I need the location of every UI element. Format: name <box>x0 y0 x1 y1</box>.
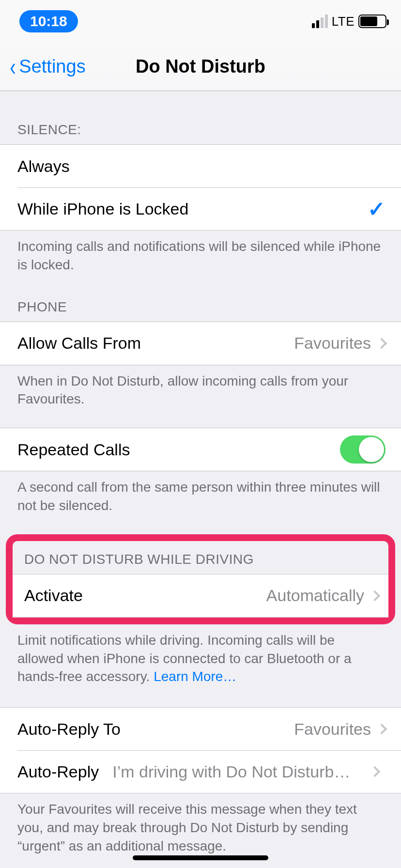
network-label: LTE <box>332 14 355 29</box>
auto-reply-to-value: Favourites <box>294 720 371 739</box>
allow-calls-from[interactable]: Allow Calls From Favourites <box>0 322 401 365</box>
status-time: 10:18 <box>19 10 78 32</box>
auto-reply-value: I’m driving with Do Not Disturb… <box>112 762 364 781</box>
allow-calls-value: Favourites <box>294 334 371 353</box>
allow-calls-footer: When in Do Not Disturb, allow incoming c… <box>0 365 401 409</box>
allow-calls-label: Allow Calls From <box>17 334 294 353</box>
repeated-calls[interactable]: Repeated Calls <box>0 428 401 471</box>
silence-locked-label: While iPhone is Locked <box>17 200 368 218</box>
chevron-right-icon <box>376 724 387 735</box>
status-indicators: LTE <box>312 14 386 29</box>
signal-icon <box>312 15 328 28</box>
silence-always[interactable]: Always <box>0 145 401 187</box>
auto-reply-group: Auto-Reply To Favourites Auto-Reply I’m … <box>0 707 401 793</box>
auto-reply-footer: Your Favourites will receive this messag… <box>0 793 401 855</box>
back-button[interactable]: ‹ Settings <box>0 56 86 77</box>
silence-footer: Incoming calls and notifications will be… <box>0 231 401 274</box>
auto-reply[interactable]: Auto-Reply I’m driving with Do Not Distu… <box>0 750 401 793</box>
driving-highlight: Do Not Disturb While Driving Activate Au… <box>6 534 395 624</box>
section-header-driving: Do Not Disturb While Driving <box>13 541 388 574</box>
chevron-right-icon <box>370 590 381 601</box>
navigation-bar: ‹ Settings Do Not Disturb <box>0 43 401 91</box>
section-header-phone: Phone <box>0 274 401 322</box>
repeated-calls-group: Repeated Calls <box>0 428 401 471</box>
activate-label: Activate <box>24 586 266 605</box>
activate-row[interactable]: Activate Automatically <box>13 574 388 617</box>
section-header-silence: Silence: <box>0 91 401 144</box>
silence-always-label: Always <box>17 157 386 176</box>
checkmark-icon: ✓ <box>368 197 386 221</box>
status-bar: 10:18 LTE <box>0 0 401 43</box>
activate-group: Activate Automatically <box>13 574 388 618</box>
auto-reply-to-label: Auto-Reply To <box>17 720 294 739</box>
chevron-right-icon <box>376 338 387 349</box>
repeated-calls-footer: A second call from the same person withi… <box>0 471 401 515</box>
auto-reply-to[interactable]: Auto-Reply To Favourites <box>0 708 401 750</box>
activate-value: Automatically <box>266 586 364 605</box>
silence-options: Always While iPhone is Locked ✓ <box>0 144 401 231</box>
silence-while-locked[interactable]: While iPhone is Locked ✓ <box>0 187 401 230</box>
chevron-right-icon <box>370 766 381 777</box>
auto-reply-label: Auto-Reply <box>17 762 99 781</box>
repeated-calls-toggle[interactable] <box>340 435 386 464</box>
repeated-calls-label: Repeated Calls <box>17 440 340 459</box>
driving-footer: Limit notifications while driving. Incom… <box>0 624 401 686</box>
allow-calls-group: Allow Calls From Favourites <box>0 322 401 365</box>
back-label: Settings <box>19 56 85 77</box>
battery-icon <box>358 15 386 28</box>
home-indicator[interactable] <box>133 855 268 860</box>
learn-more-link[interactable]: Learn More… <box>154 669 236 684</box>
